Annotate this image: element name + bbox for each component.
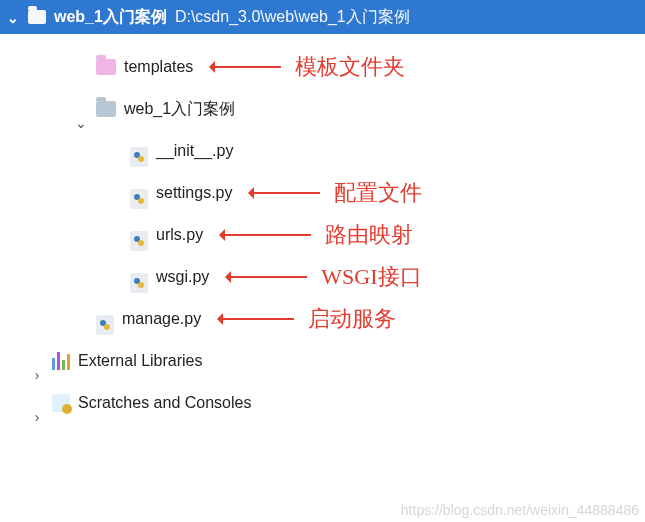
folder-label: templates xyxy=(124,46,193,88)
chevron-down-icon[interactable] xyxy=(74,102,88,116)
libraries-icon xyxy=(52,352,70,370)
project-root-name: web_1入门案例 xyxy=(54,7,167,28)
project-root-header[interactable]: web_1入门案例 D:\csdn_3.0\web\web_1入门案例 xyxy=(0,0,645,34)
svg-point-11 xyxy=(138,282,144,288)
chevron-right-icon[interactable] xyxy=(30,354,44,368)
tree-item-manage[interactable]: manage.py 启动服务 xyxy=(0,298,645,340)
svg-point-8 xyxy=(138,240,144,246)
folder-icon xyxy=(28,10,46,24)
tree-item-scratches[interactable]: Scratches and Consoles xyxy=(0,382,645,424)
annotation-label: 路由映射 xyxy=(325,214,413,256)
tree-label: Scratches and Consoles xyxy=(78,382,251,424)
tree-item-settings[interactable]: settings.py 配置文件 xyxy=(0,172,645,214)
file-label: urls.py xyxy=(156,214,203,256)
tree-item-urls[interactable]: urls.py 路由映射 xyxy=(0,214,645,256)
annotation-label: 模板文件夹 xyxy=(295,46,405,88)
file-label: wsgi.py xyxy=(156,256,209,298)
chevron-right-icon[interactable] xyxy=(30,396,44,410)
file-label: __init__.py xyxy=(156,130,233,172)
tree-item-wsgi[interactable]: wsgi.py WSGI接口 xyxy=(0,256,645,298)
annotation-arrow-icon xyxy=(219,318,294,320)
annotation-arrow-icon xyxy=(227,276,307,278)
svg-point-2 xyxy=(138,156,144,162)
chevron-down-icon[interactable] xyxy=(6,10,20,24)
python-file-icon xyxy=(130,225,148,245)
tree-item-external-libraries[interactable]: External Libraries xyxy=(0,340,645,382)
folder-label: web_1入门案例 xyxy=(124,88,235,130)
svg-point-5 xyxy=(138,198,144,204)
chevron-none-icon xyxy=(74,312,88,326)
chevron-none-icon xyxy=(74,60,88,74)
tree-label: External Libraries xyxy=(78,340,203,382)
project-root-path: D:\csdn_3.0\web\web_1入门案例 xyxy=(175,7,410,28)
file-label: manage.py xyxy=(122,298,201,340)
scratches-icon xyxy=(52,394,70,412)
folder-icon xyxy=(96,101,116,117)
tree-item-init[interactable]: __init__.py xyxy=(0,130,645,172)
annotation-label: 启动服务 xyxy=(308,298,396,340)
folder-icon xyxy=(96,59,116,75)
python-file-icon xyxy=(130,183,148,203)
project-tree: templates 模板文件夹 web_1入门案例 __init__.py se… xyxy=(0,34,645,424)
svg-point-14 xyxy=(104,324,110,330)
watermark: https://blog.csdn.net/weixin_44888486 xyxy=(401,502,639,518)
annotation-label: WSGI接口 xyxy=(321,256,421,298)
file-label: settings.py xyxy=(156,172,232,214)
tree-item-project[interactable]: web_1入门案例 xyxy=(0,88,645,130)
python-file-icon xyxy=(130,141,148,161)
python-file-icon xyxy=(96,309,114,329)
annotation-label: 配置文件 xyxy=(334,172,422,214)
annotation-arrow-icon xyxy=(211,66,281,68)
annotation-arrow-icon xyxy=(221,234,311,236)
python-file-icon xyxy=(130,267,148,287)
annotation-arrow-icon xyxy=(250,192,320,194)
tree-item-templates[interactable]: templates 模板文件夹 xyxy=(0,46,645,88)
